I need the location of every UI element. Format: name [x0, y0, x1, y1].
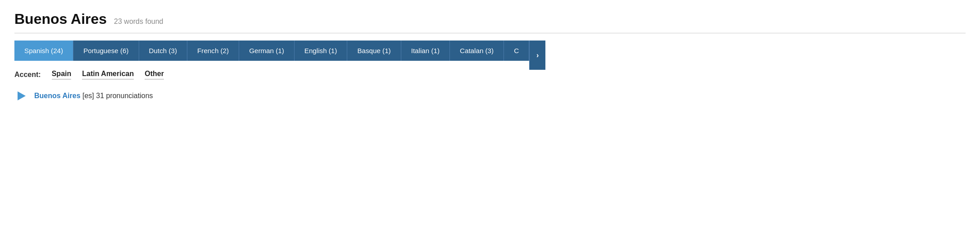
- tab-basque[interactable]: Basque (1): [347, 41, 401, 61]
- accent-filter-row: Accent: Spain Latin American Other: [14, 70, 966, 80]
- pronunciation-info: Buenos Aires [es] 31 pronunciations: [34, 92, 153, 100]
- pronunciation-word-link[interactable]: Buenos Aires: [34, 92, 81, 99]
- tab-dutch[interactable]: Dutch (3): [139, 41, 187, 61]
- pronunciation-count-text: 31 pronunciations: [96, 92, 153, 99]
- tab-spanish[interactable]: Spanish (24): [14, 41, 73, 61]
- tab-catalan[interactable]: Catalan (3): [450, 41, 504, 61]
- accent-option-spain[interactable]: Spain: [52, 70, 72, 80]
- tab-english[interactable]: English (1): [295, 41, 348, 61]
- header-divider: [14, 33, 966, 33]
- tabs-next-button[interactable]: ›: [529, 41, 545, 70]
- accent-option-latin-american[interactable]: Latin American: [82, 70, 134, 80]
- tab-italian[interactable]: Italian (1): [401, 41, 450, 61]
- accent-label: Accent:: [14, 71, 41, 79]
- tab-portuguese[interactable]: Portuguese (6): [73, 41, 139, 61]
- tab-german[interactable]: German (1): [239, 41, 295, 61]
- play-button[interactable]: [14, 89, 29, 103]
- pronunciation-row: Buenos Aires [es] 31 pronunciations: [14, 89, 966, 103]
- accent-option-other[interactable]: Other: [145, 70, 164, 80]
- play-icon: [18, 91, 26, 100]
- tab-truncated[interactable]: C: [504, 41, 529, 61]
- pronunciation-lang-code-text: [es]: [82, 92, 94, 99]
- tab-french[interactable]: French (2): [187, 41, 239, 61]
- words-found-count: 23 words found: [114, 18, 163, 26]
- page-title: Buenos Aires: [14, 11, 107, 27]
- language-tabs-bar: Spanish (24)Portuguese (6)Dutch (3)Frenc…: [14, 41, 966, 70]
- tabs-list: Spanish (24)Portuguese (6)Dutch (3)Frenc…: [14, 41, 529, 61]
